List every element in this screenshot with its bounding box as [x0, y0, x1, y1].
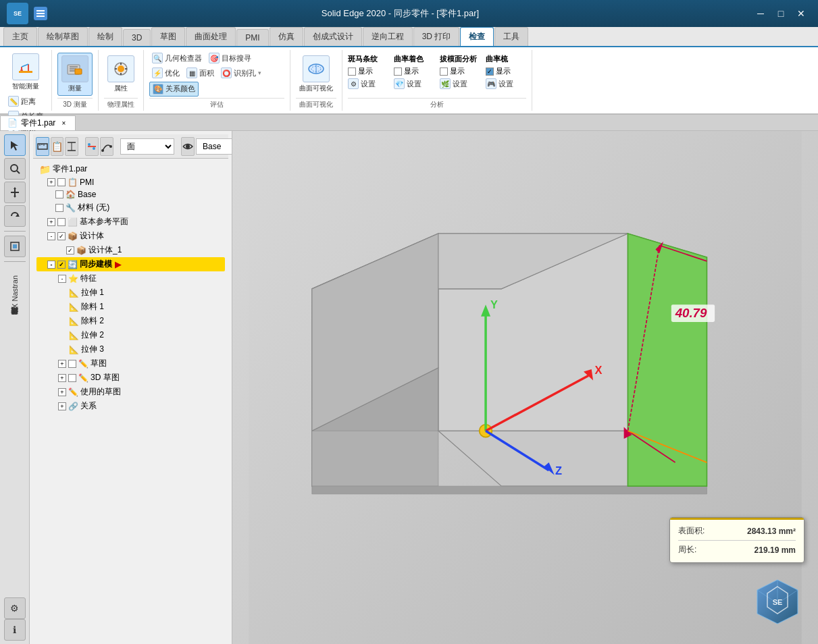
sync-checkbox[interactable]: ✓	[57, 261, 66, 269]
sketch-expand[interactable]: +	[58, 360, 66, 368]
properties-button[interactable]: 属性	[104, 53, 138, 95]
optimize-button[interactable]: ⚡ 优化	[149, 66, 182, 80]
tree-extrude2[interactable]: 📐 拉伸 2	[36, 328, 225, 342]
fit-button[interactable]	[4, 236, 26, 257]
db1-checkbox[interactable]: ✓	[66, 246, 74, 254]
tree-content: 📁 零件1.par + 📋 PMI 🏠 Base	[33, 159, 228, 417]
tree-design-body-1[interactable]: ✓ 📦 设计体_1	[36, 243, 225, 257]
view-btn1[interactable]	[181, 137, 195, 156]
menu-icon[interactable]	[34, 7, 47, 20]
pmi-checkbox[interactable]	[57, 178, 66, 186]
simulation-label[interactable]: 仿真结果管理器	[8, 318, 21, 323]
tab-pmi[interactable]: PMI	[236, 29, 268, 46]
tab-3d[interactable]: 3D	[123, 29, 151, 46]
draft-set-button[interactable]: 🌿 设置	[440, 77, 470, 90]
base-checkbox[interactable]	[55, 190, 63, 198]
distance-button[interactable]: 📏 距离	[5, 95, 46, 108]
geo-check-button[interactable]: 🔍 几何检查器	[149, 51, 205, 65]
geo-check-icon: 🔍	[152, 53, 163, 63]
used-expand[interactable]: +	[58, 388, 66, 396]
comb-set-button[interactable]: 🎮 设置	[486, 77, 516, 90]
tree-features[interactable]: - ⭐ 特征	[36, 271, 225, 286]
measure-toolbar-btn[interactable]	[36, 137, 49, 156]
svg-point-44	[186, 144, 190, 149]
select-button[interactable]	[4, 134, 26, 156]
tree-sketch[interactable]: + ✏️ 草图	[36, 356, 225, 371]
sync-expand[interactable]: -	[47, 261, 55, 269]
3dsketch-expand[interactable]: +	[58, 374, 66, 382]
relation-color-button[interactable]: 🎨 关系颜色	[149, 82, 199, 97]
close-button[interactable]: ✕	[791, 7, 811, 20]
area2-button[interactable]: ▦ 面积	[184, 66, 217, 80]
tree-cutout1[interactable]: 📐 除料 1	[36, 300, 225, 314]
rel-expand[interactable]: +	[58, 402, 66, 410]
tree-extrude3[interactable]: 📐 拉伸 3	[36, 342, 225, 356]
draft-set-label: 设置	[453, 79, 467, 89]
doc-tab-close-button[interactable]: ×	[59, 118, 68, 128]
identify-hole-button[interactable]: ⭕ 识别孔 ▾	[218, 66, 264, 80]
curvature-show-checkbox[interactable]	[394, 68, 402, 76]
tree-refplanes[interactable]: + ⬜ 基本参考平面	[36, 215, 225, 229]
curvature-set-button[interactable]: 💎 设置	[394, 77, 424, 90]
tab-sketch[interactable]: 草图	[151, 27, 185, 46]
doc-tab-part1[interactable]: 📄 零件1.par ×	[0, 115, 76, 130]
3dsketch-checkbox[interactable]	[68, 374, 76, 382]
tree-relations[interactable]: + 🔗 关系	[36, 399, 225, 413]
tab-surface[interactable]: 曲面处理	[186, 27, 236, 46]
ref-expand[interactable]: +	[47, 218, 55, 226]
3dsketch-icon: ✏️	[78, 373, 88, 383]
feat-expand[interactable]: -	[58, 275, 66, 283]
design-body-checkbox[interactable]: ✓	[57, 232, 66, 240]
tree-extrude1[interactable]: 📐 拉伸 1	[36, 286, 225, 300]
view-select[interactable]: 面	[120, 138, 174, 155]
target-search-button[interactable]: 🎯 目标搜寻	[206, 51, 254, 65]
tab-sim[interactable]: 仿真	[270, 27, 303, 46]
tab-3dprint[interactable]: 3D 打印	[413, 27, 460, 46]
design-expand[interactable]: -	[47, 232, 55, 240]
ref-checkbox[interactable]	[57, 218, 66, 226]
style-select[interactable]: Base	[196, 138, 232, 155]
sketch-checkbox[interactable]	[68, 360, 76, 368]
nastran-label[interactable]: NX Nastran	[9, 273, 20, 317]
tree-material[interactable]: 🔧 材料 (无)	[36, 200, 225, 215]
dropdown-arrow[interactable]: ▾	[258, 70, 261, 76]
properties-toolbar-btn[interactable]: 📋	[51, 137, 63, 156]
tree-3dsketch[interactable]: + ✏️ 3D 草图	[36, 371, 225, 385]
maximize-button[interactable]: □	[771, 7, 791, 20]
tab-draw[interactable]: 绘制	[88, 27, 122, 46]
zebra-show-checkbox[interactable]	[348, 68, 356, 76]
measure-3d-button[interactable]: 测量	[57, 53, 93, 96]
path-icon	[101, 140, 113, 153]
settings-button[interactable]: ⚙	[4, 597, 26, 619]
tab-generative[interactable]: 创成式设计	[304, 27, 362, 46]
tree-base[interactable]: 🏠 Base	[36, 188, 225, 200]
pan-button[interactable]	[4, 182, 26, 203]
zoom-button[interactable]	[4, 158, 26, 180]
tab-home[interactable]: 主页	[3, 27, 37, 46]
dim-toolbar-btn[interactable]	[65, 137, 78, 156]
tree-cutout2[interactable]: 📐 除料 2	[36, 314, 225, 328]
path-toolbar-btn[interactable]	[100, 137, 113, 156]
comb-show-checkbox[interactable]: ✓	[486, 68, 494, 76]
tab-tools[interactable]: 工具	[494, 27, 528, 46]
rotate-button[interactable]	[4, 205, 26, 227]
tree-sync-model[interactable]: - ✓ 🔄 同步建模 ▶	[36, 257, 225, 271]
tree-design-body[interactable]: - ✓ 📦 设计体	[36, 229, 225, 243]
material-checkbox[interactable]	[55, 204, 63, 212]
tab-draft-sketch[interactable]: 绘制草图	[38, 27, 88, 46]
tree-pmi[interactable]: + 📋 PMI	[36, 176, 225, 188]
tree-used-sketch[interactable]: + ✏️ 使用的草图	[36, 385, 225, 399]
pmi-expand[interactable]: +	[47, 178, 55, 186]
tab-reverse[interactable]: 逆向工程	[363, 27, 413, 46]
tree-root[interactable]: 📁 零件1.par	[36, 162, 225, 176]
surface-vis-button[interactable]: 曲面可视化	[296, 53, 336, 95]
info-button[interactable]: ℹ	[4, 619, 26, 641]
smart-measure-button[interactable]: 智能测量	[5, 51, 46, 93]
tab-inspect[interactable]: 检查	[460, 27, 494, 46]
3d-viewport[interactable]: 40.79 Y X Z	[232, 131, 818, 644]
align-toolbar-btn[interactable]	[85, 137, 99, 156]
zebra-set-button[interactable]: ⚙ 设置	[348, 77, 378, 90]
nav-cube[interactable]: SE	[750, 576, 804, 630]
draft-show-checkbox[interactable]	[440, 68, 448, 76]
minimize-button[interactable]: ─	[750, 7, 771, 20]
